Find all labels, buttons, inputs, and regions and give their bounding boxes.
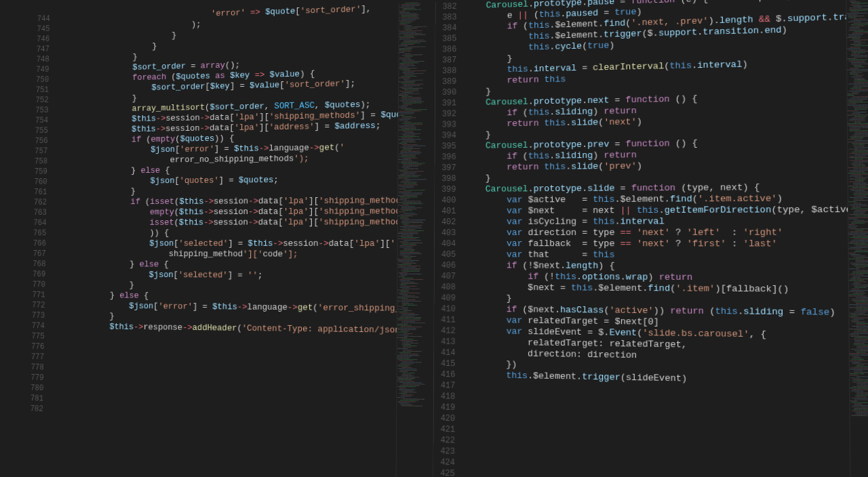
line-number: 753 [29,105,49,116]
line-number: 751 [29,85,49,96]
line-number: 420 [433,413,455,424]
line-number: 780 [24,383,44,394]
line-number: 779 [24,373,44,383]
line-number: 766 [26,239,46,249]
line-number: 397 [435,163,456,173]
line-number: 423 [433,446,455,457]
line-number: 764 [27,218,47,228]
line-number: 419 [433,402,455,413]
editor-pane-right: 3823833843853863873883893903913923933943… [433,0,868,477]
line-number: 395 [435,141,456,152]
line-number: 748 [30,54,50,65]
line-number: 416 [433,369,455,381]
line-number: 776 [25,341,45,352]
editor-pane-left: 7447457467477487497507517527537547557567… [23,2,435,477]
line-number: 749 [30,64,50,75]
minimap-left[interactable]: knlaanldatqhhcmbfbetitc skmlpcmrmcdqrbtt… [395,2,435,477]
line-number: 401 [435,206,456,217]
line-number: 767 [26,249,46,259]
line-number: 398 [435,173,456,184]
line-number: 385 [435,33,457,45]
code-line[interactable]: var $next = next || this.getItemForDirec… [464,205,848,217]
line-number: 392 [435,108,456,119]
code-line[interactable]: shipping_method']['code']; [53,249,397,260]
line-number: 410 [434,304,456,314]
line-number: 425 [433,468,455,477]
line-number: 752 [29,95,49,106]
line-number: 411 [434,314,456,325]
line-number: 756 [28,136,48,146]
line-number: 760 [28,177,47,187]
line-number: 388 [435,66,457,77]
line-number: 755 [28,126,48,136]
line-number: 412 [434,325,456,336]
line-number: 400 [435,195,456,206]
line-number: 746 [31,34,50,45]
line-number: 768 [26,259,46,269]
line-number: 744 [31,14,50,24]
line-number: 750 [30,75,50,85]
line-number: 763 [27,207,47,217]
line-number: 762 [27,197,47,207]
code-line[interactable]: $json['selected'] = $this->session->data… [54,239,397,249]
line-number: 405 [434,249,456,260]
line-number: 777 [24,352,44,362]
line-number: 769 [26,269,46,279]
code-line[interactable]: var that = this [464,249,848,262]
line-number: 772 [26,300,45,310]
line-number: 409 [434,293,456,304]
line-number: 782 [24,404,43,415]
line-number: 406 [434,260,456,271]
minimap-right[interactable]: baqrilohqpokire pbnfnqlhgblgtstldaet lql… [846,0,868,477]
code-line[interactable]: var isCycling = this.interval [464,215,848,228]
line-number: 414 [434,347,456,358]
line-number: 407 [434,271,456,282]
line-number: 393 [435,119,456,130]
code-line[interactable]: var fallback = type == 'next' ? 'first' … [464,239,848,250]
line-number: 387 [435,55,457,66]
line-number: 424 [433,457,455,468]
code-area-left[interactable]: 'error' => $quote['sort_order'], ); } } … [47,3,399,477]
line-number: 770 [26,280,45,290]
line-number: 391 [435,98,456,108]
line-number: 415 [434,358,456,370]
line-number: 390 [435,87,456,98]
line-number: 765 [27,228,47,239]
line-number: 747 [30,44,50,55]
line-number: 754 [29,115,49,126]
line-number: 389 [435,77,457,87]
line-number: 384 [435,22,457,34]
line-number: 422 [433,435,455,447]
line-number: 774 [25,320,45,331]
line-number: 417 [433,380,455,392]
line-number: 757 [28,146,48,157]
line-number: 413 [434,336,456,348]
line-number: 778 [24,362,44,373]
line-number: 758 [28,157,48,167]
line-number: 773 [25,310,45,321]
code-area-right[interactable]: Carousel.prototype.pause = function (e) … [460,0,850,477]
code-line[interactable]: )) { [54,228,397,239]
line-number: 402 [435,217,456,228]
code-line[interactable]: isset($this->session->data['lpa']['shipp… [54,217,397,228]
line-number: 745 [31,24,50,35]
line-number: 759 [28,167,47,177]
line-number: 781 [24,393,43,404]
line-number: 408 [434,282,456,293]
line-number: 771 [26,290,45,300]
line-number: 382 [435,1,457,13]
line-number: 396 [435,152,456,163]
line-number: 421 [433,423,455,435]
line-number: 386 [435,44,457,56]
line-number: 775 [25,331,45,342]
line-number: 383 [435,12,457,24]
code-line[interactable]: empty($this->session->data['lpa']['shipp… [54,206,397,217]
line-gutter-right: 3823833843853863873883893903913923933943… [433,1,462,477]
line-number: 403 [434,228,456,239]
line-number: 394 [435,130,456,141]
line-number: 418 [433,391,455,402]
line-number: 404 [434,239,456,249]
line-number: 399 [435,184,456,195]
code-line[interactable]: var direction = type == 'next' ? 'left' … [464,227,848,239]
line-number: 761 [28,187,47,197]
